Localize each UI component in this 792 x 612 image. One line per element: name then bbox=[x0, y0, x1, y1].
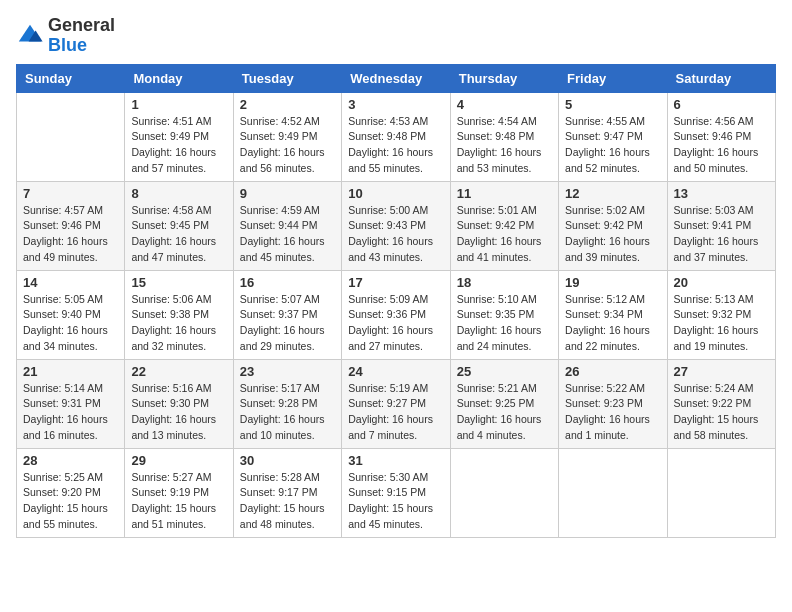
calendar-day-header: Sunday bbox=[17, 64, 125, 92]
day-number: 4 bbox=[457, 97, 552, 112]
calendar-day-cell: 2Sunrise: 4:52 AMSunset: 9:49 PMDaylight… bbox=[233, 92, 341, 181]
calendar-day-cell: 7Sunrise: 4:57 AMSunset: 9:46 PMDaylight… bbox=[17, 181, 125, 270]
calendar-day-cell: 5Sunrise: 4:55 AMSunset: 9:47 PMDaylight… bbox=[559, 92, 667, 181]
day-number: 29 bbox=[131, 453, 226, 468]
day-number: 20 bbox=[674, 275, 769, 290]
calendar-day-cell bbox=[667, 448, 775, 537]
calendar-day-cell: 3Sunrise: 4:53 AMSunset: 9:48 PMDaylight… bbox=[342, 92, 450, 181]
day-number: 1 bbox=[131, 97, 226, 112]
day-number: 19 bbox=[565, 275, 660, 290]
calendar-day-cell: 29Sunrise: 5:27 AMSunset: 9:19 PMDayligh… bbox=[125, 448, 233, 537]
day-number: 22 bbox=[131, 364, 226, 379]
calendar-day-header: Monday bbox=[125, 64, 233, 92]
day-info: Sunrise: 5:25 AMSunset: 9:20 PMDaylight:… bbox=[23, 470, 118, 533]
calendar-day-cell bbox=[559, 448, 667, 537]
calendar-day-cell: 12Sunrise: 5:02 AMSunset: 9:42 PMDayligh… bbox=[559, 181, 667, 270]
day-info: Sunrise: 5:10 AMSunset: 9:35 PMDaylight:… bbox=[457, 292, 552, 355]
day-info: Sunrise: 5:05 AMSunset: 9:40 PMDaylight:… bbox=[23, 292, 118, 355]
day-info: Sunrise: 5:30 AMSunset: 9:15 PMDaylight:… bbox=[348, 470, 443, 533]
day-number: 18 bbox=[457, 275, 552, 290]
calendar-day-cell: 27Sunrise: 5:24 AMSunset: 9:22 PMDayligh… bbox=[667, 359, 775, 448]
calendar-day-cell: 20Sunrise: 5:13 AMSunset: 9:32 PMDayligh… bbox=[667, 270, 775, 359]
page-header: General Blue bbox=[16, 16, 776, 56]
calendar-header-row: SundayMondayTuesdayWednesdayThursdayFrid… bbox=[17, 64, 776, 92]
day-info: Sunrise: 5:13 AMSunset: 9:32 PMDaylight:… bbox=[674, 292, 769, 355]
day-number: 28 bbox=[23, 453, 118, 468]
calendar-week-row: 1Sunrise: 4:51 AMSunset: 9:49 PMDaylight… bbox=[17, 92, 776, 181]
day-info: Sunrise: 5:07 AMSunset: 9:37 PMDaylight:… bbox=[240, 292, 335, 355]
calendar-day-cell: 23Sunrise: 5:17 AMSunset: 9:28 PMDayligh… bbox=[233, 359, 341, 448]
day-number: 21 bbox=[23, 364, 118, 379]
calendar-day-header: Friday bbox=[559, 64, 667, 92]
day-number: 10 bbox=[348, 186, 443, 201]
day-info: Sunrise: 5:09 AMSunset: 9:36 PMDaylight:… bbox=[348, 292, 443, 355]
calendar-week-row: 21Sunrise: 5:14 AMSunset: 9:31 PMDayligh… bbox=[17, 359, 776, 448]
day-number: 23 bbox=[240, 364, 335, 379]
day-info: Sunrise: 5:24 AMSunset: 9:22 PMDaylight:… bbox=[674, 381, 769, 444]
day-number: 9 bbox=[240, 186, 335, 201]
day-number: 3 bbox=[348, 97, 443, 112]
day-info: Sunrise: 5:28 AMSunset: 9:17 PMDaylight:… bbox=[240, 470, 335, 533]
logo-text: General Blue bbox=[48, 16, 115, 56]
day-number: 24 bbox=[348, 364, 443, 379]
day-number: 16 bbox=[240, 275, 335, 290]
calendar-day-header: Wednesday bbox=[342, 64, 450, 92]
day-info: Sunrise: 5:16 AMSunset: 9:30 PMDaylight:… bbox=[131, 381, 226, 444]
day-number: 31 bbox=[348, 453, 443, 468]
day-info: Sunrise: 4:56 AMSunset: 9:46 PMDaylight:… bbox=[674, 114, 769, 177]
day-info: Sunrise: 5:21 AMSunset: 9:25 PMDaylight:… bbox=[457, 381, 552, 444]
day-info: Sunrise: 4:58 AMSunset: 9:45 PMDaylight:… bbox=[131, 203, 226, 266]
logo: General Blue bbox=[16, 16, 115, 56]
calendar-day-cell: 13Sunrise: 5:03 AMSunset: 9:41 PMDayligh… bbox=[667, 181, 775, 270]
day-info: Sunrise: 5:03 AMSunset: 9:41 PMDaylight:… bbox=[674, 203, 769, 266]
calendar-day-cell: 10Sunrise: 5:00 AMSunset: 9:43 PMDayligh… bbox=[342, 181, 450, 270]
day-info: Sunrise: 4:53 AMSunset: 9:48 PMDaylight:… bbox=[348, 114, 443, 177]
calendar-day-cell: 31Sunrise: 5:30 AMSunset: 9:15 PMDayligh… bbox=[342, 448, 450, 537]
day-number: 30 bbox=[240, 453, 335, 468]
calendar-week-row: 28Sunrise: 5:25 AMSunset: 9:20 PMDayligh… bbox=[17, 448, 776, 537]
calendar-day-header: Saturday bbox=[667, 64, 775, 92]
day-info: Sunrise: 5:12 AMSunset: 9:34 PMDaylight:… bbox=[565, 292, 660, 355]
calendar-day-cell: 19Sunrise: 5:12 AMSunset: 9:34 PMDayligh… bbox=[559, 270, 667, 359]
day-info: Sunrise: 5:00 AMSunset: 9:43 PMDaylight:… bbox=[348, 203, 443, 266]
day-number: 27 bbox=[674, 364, 769, 379]
calendar-day-cell: 14Sunrise: 5:05 AMSunset: 9:40 PMDayligh… bbox=[17, 270, 125, 359]
day-info: Sunrise: 4:57 AMSunset: 9:46 PMDaylight:… bbox=[23, 203, 118, 266]
day-info: Sunrise: 5:01 AMSunset: 9:42 PMDaylight:… bbox=[457, 203, 552, 266]
calendar-day-cell: 24Sunrise: 5:19 AMSunset: 9:27 PMDayligh… bbox=[342, 359, 450, 448]
day-number: 12 bbox=[565, 186, 660, 201]
day-number: 7 bbox=[23, 186, 118, 201]
day-number: 25 bbox=[457, 364, 552, 379]
calendar-day-cell: 1Sunrise: 4:51 AMSunset: 9:49 PMDaylight… bbox=[125, 92, 233, 181]
calendar-day-cell: 26Sunrise: 5:22 AMSunset: 9:23 PMDayligh… bbox=[559, 359, 667, 448]
day-info: Sunrise: 5:27 AMSunset: 9:19 PMDaylight:… bbox=[131, 470, 226, 533]
calendar-day-cell: 25Sunrise: 5:21 AMSunset: 9:25 PMDayligh… bbox=[450, 359, 558, 448]
calendar-week-row: 14Sunrise: 5:05 AMSunset: 9:40 PMDayligh… bbox=[17, 270, 776, 359]
day-number: 26 bbox=[565, 364, 660, 379]
day-info: Sunrise: 5:06 AMSunset: 9:38 PMDaylight:… bbox=[131, 292, 226, 355]
day-number: 14 bbox=[23, 275, 118, 290]
calendar-day-cell bbox=[450, 448, 558, 537]
calendar-day-cell: 15Sunrise: 5:06 AMSunset: 9:38 PMDayligh… bbox=[125, 270, 233, 359]
day-info: Sunrise: 4:59 AMSunset: 9:44 PMDaylight:… bbox=[240, 203, 335, 266]
day-info: Sunrise: 5:17 AMSunset: 9:28 PMDaylight:… bbox=[240, 381, 335, 444]
day-info: Sunrise: 4:52 AMSunset: 9:49 PMDaylight:… bbox=[240, 114, 335, 177]
calendar-day-cell: 9Sunrise: 4:59 AMSunset: 9:44 PMDaylight… bbox=[233, 181, 341, 270]
calendar-day-cell: 22Sunrise: 5:16 AMSunset: 9:30 PMDayligh… bbox=[125, 359, 233, 448]
day-number: 13 bbox=[674, 186, 769, 201]
day-number: 8 bbox=[131, 186, 226, 201]
calendar-day-cell bbox=[17, 92, 125, 181]
day-number: 11 bbox=[457, 186, 552, 201]
calendar-day-cell: 11Sunrise: 5:01 AMSunset: 9:42 PMDayligh… bbox=[450, 181, 558, 270]
day-info: Sunrise: 5:22 AMSunset: 9:23 PMDaylight:… bbox=[565, 381, 660, 444]
day-info: Sunrise: 4:51 AMSunset: 9:49 PMDaylight:… bbox=[131, 114, 226, 177]
day-info: Sunrise: 5:02 AMSunset: 9:42 PMDaylight:… bbox=[565, 203, 660, 266]
day-number: 15 bbox=[131, 275, 226, 290]
calendar-day-cell: 17Sunrise: 5:09 AMSunset: 9:36 PMDayligh… bbox=[342, 270, 450, 359]
calendar-day-cell: 16Sunrise: 5:07 AMSunset: 9:37 PMDayligh… bbox=[233, 270, 341, 359]
calendar-day-header: Thursday bbox=[450, 64, 558, 92]
calendar-day-header: Tuesday bbox=[233, 64, 341, 92]
day-number: 17 bbox=[348, 275, 443, 290]
logo-icon bbox=[16, 22, 44, 50]
day-number: 5 bbox=[565, 97, 660, 112]
